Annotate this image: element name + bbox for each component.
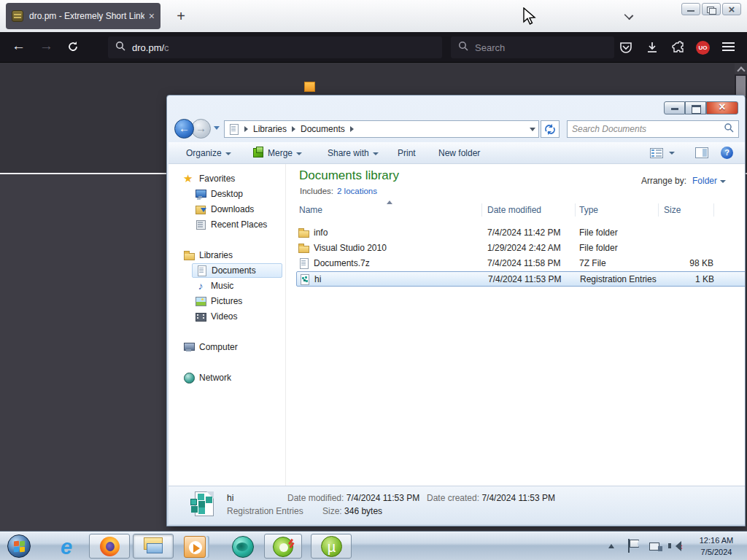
file-row-documents-7z[interactable]: Documents.7z 7/4/2024 11:58 PM 7Z File 9… <box>296 256 745 271</box>
chevron-down-icon <box>720 180 726 183</box>
breadcrumb-documents[interactable]: Documents <box>301 124 345 134</box>
reload-icon[interactable] <box>67 41 79 52</box>
explorer-search-box[interactable] <box>567 120 739 138</box>
sidebar-item-desktop[interactable]: Desktop <box>195 187 243 201</box>
location-icon <box>228 123 239 135</box>
column-separator <box>575 203 576 217</box>
explorer-back-button[interactable] <box>174 119 194 139</box>
breadcrumb-libraries[interactable]: Libraries <box>253 124 287 134</box>
search-icon <box>458 41 468 54</box>
browser-close-button[interactable] <box>722 3 741 15</box>
sidebar-item-videos[interactable]: Videos <box>195 309 237 324</box>
file-row-info[interactable]: info 7/4/2024 11:42 PM File folder <box>296 225 745 241</box>
taskbar-green-app-button[interactable] <box>264 534 302 559</box>
column-separator <box>481 203 482 217</box>
browser-minimize-button[interactable] <box>681 3 700 15</box>
registry-file-large-icon <box>189 491 218 521</box>
forward-icon[interactable]: → <box>39 38 53 54</box>
column-header-name[interactable]: Name <box>299 205 322 215</box>
organize-button[interactable]: Organize <box>186 148 231 158</box>
merge-button[interactable]: Merge <box>253 148 302 158</box>
extensions-puzzle-icon[interactable] <box>671 40 686 55</box>
network-tray-icon[interactable] <box>649 540 662 551</box>
share-with-button[interactable]: Share with <box>328 148 379 158</box>
list-all-tabs-chevron-icon[interactable] <box>624 10 633 19</box>
downloads-icon <box>195 203 206 215</box>
url-bar[interactable]: dro.pm/c <box>108 36 442 58</box>
back-icon[interactable]: ← <box>12 38 26 54</box>
folder-explorer-icon <box>142 537 166 556</box>
explorer-search-input[interactable] <box>572 124 724 134</box>
ublock-origin-icon[interactable]: UO <box>696 41 710 55</box>
search-icon <box>115 41 125 54</box>
browser-tab[interactable]: dro.pm - Extremely Short Links × <box>6 3 160 29</box>
browser-search-input[interactable] <box>475 42 584 53</box>
arrange-by-control[interactable]: Arrange by:Folder <box>641 176 726 186</box>
search-icon <box>724 122 734 136</box>
archive-file-icon <box>298 257 309 269</box>
address-bar[interactable]: Libraries Documents <box>224 120 539 138</box>
new-folder-button[interactable]: New folder <box>438 148 480 158</box>
volume-muted-icon[interactable]: × <box>668 540 683 551</box>
sidebar-item-favorites[interactable]: ★Favorites <box>183 171 235 186</box>
breadcrumb-separator-icon <box>292 126 295 132</box>
start-button[interactable] <box>7 534 31 558</box>
recent-places-icon <box>195 219 206 230</box>
change-view-button[interactable] <box>650 147 675 159</box>
column-separator <box>713 203 714 217</box>
sidebar-item-network[interactable]: Network <box>183 370 231 385</box>
refresh-button[interactable] <box>541 120 560 138</box>
sidebar-item-computer[interactable]: Computer <box>183 340 238 354</box>
menu-hamburger-icon[interactable] <box>722 42 735 52</box>
taskbar-clock[interactable]: 12:16 AM 7/5/2024 <box>690 534 743 558</box>
pocket-icon[interactable] <box>619 40 633 55</box>
column-header-type[interactable]: Type <box>579 205 598 215</box>
browser-titlebar: dro.pm - Extremely Short Links × + <box>0 0 747 32</box>
preview-pane-button[interactable] <box>695 147 708 158</box>
clock-time: 12:16 AM <box>690 534 743 546</box>
action-center-flag-icon[interactable] <box>627 539 639 553</box>
clock-date: 7/5/2024 <box>690 546 743 558</box>
taskbar-explorer-button[interactable] <box>133 534 174 559</box>
page-scrollbar[interactable] <box>735 63 747 98</box>
folder-icon <box>298 242 309 254</box>
taskbar-firefox-button[interactable] <box>89 534 130 559</box>
explorer-window: Libraries Documents Organize Merge Share… <box>166 95 746 526</box>
tab-favicon-icon <box>12 10 23 22</box>
chevron-down-icon <box>296 152 302 155</box>
sidebar-item-music[interactable]: ♪Music <box>195 279 233 293</box>
column-header-size[interactable]: Size <box>664 205 681 215</box>
internet-explorer-icon[interactable]: e <box>55 536 77 558</box>
chevron-down-icon <box>373 152 379 155</box>
file-row-visual-studio[interactable]: Visual Studio 2010 1/29/2024 2:42 AM Fil… <box>296 241 745 256</box>
taskbar-utorrent-button[interactable]: µ <box>311 534 352 559</box>
views-icon <box>650 148 663 158</box>
browser-search-bar[interactable] <box>451 36 614 58</box>
library-folder-icon <box>183 249 195 261</box>
sidebar-item-downloads[interactable]: Downloads <box>195 202 254 217</box>
teal-sphere-app-icon[interactable] <box>232 536 254 558</box>
media-player-icon[interactable] <box>184 536 206 558</box>
help-button[interactable]: ? <box>721 147 733 159</box>
sidebar-item-recent-places[interactable]: Recent Places <box>195 217 267 232</box>
column-header-date[interactable]: Date modified <box>487 205 541 215</box>
print-button[interactable]: Print <box>398 148 416 158</box>
sidebar-item-libraries[interactable]: Libraries <box>183 248 233 262</box>
browser-restore-button[interactable] <box>702 3 721 15</box>
sidebar-item-pictures[interactable]: Pictures <box>195 294 242 308</box>
history-dropdown-icon[interactable] <box>214 126 220 130</box>
scrollbar-thumb[interactable] <box>736 76 746 96</box>
sidebar-item-documents[interactable]: Documents <box>192 263 282 278</box>
explorer-maximize-button[interactable] <box>685 101 706 114</box>
explorer-minimize-button[interactable] <box>664 101 685 114</box>
scroll-up-icon[interactable] <box>735 63 747 74</box>
explorer-close-button[interactable] <box>706 101 738 114</box>
explorer-forward-button[interactable] <box>191 119 211 139</box>
new-tab-button[interactable]: + <box>171 6 191 26</box>
address-dropdown-icon[interactable] <box>530 128 535 131</box>
tab-close-icon[interactable]: × <box>149 11 155 21</box>
locations-link[interactable]: 2 locations <box>337 187 377 195</box>
downloads-icon[interactable] <box>645 40 659 55</box>
file-row-hi-selected[interactable]: hi 7/4/2024 11:53 PM Registration Entrie… <box>296 271 745 287</box>
show-hidden-icons-icon[interactable] <box>608 544 614 548</box>
